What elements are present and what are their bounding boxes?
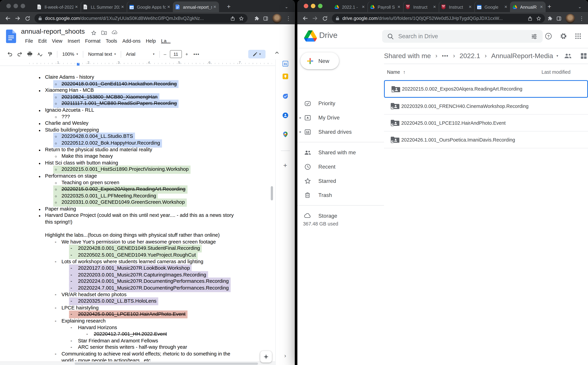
tab-close-icon[interactable]: ✕ (362, 5, 365, 9)
doc-list-item[interactable]: -Star Friedman and Aramont Fellows (0, 337, 276, 344)
bookmark-star-icon[interactable] (536, 16, 541, 21)
menu-file[interactable]: File (22, 38, 36, 44)
doc-list-item[interactable]: -20220203.0.001_Music207R.CapturingImage… (0, 272, 276, 278)
doc-list-item[interactable]: -ARC senior thesis writers - half-way th… (0, 344, 276, 351)
tab-close-icon[interactable]: ✕ (167, 5, 170, 9)
hide-side-panel-chevron-icon[interactable]: › (284, 352, 286, 358)
search-input[interactable]: Search in Drive (382, 30, 543, 43)
back-icon[interactable] (3, 14, 13, 23)
zoom-select[interactable]: 100%▾ (59, 51, 81, 57)
star-document-icon[interactable] (91, 30, 96, 36)
doc-list-item[interactable]: -LPCE hairstyling (0, 304, 276, 311)
doc-list-item[interactable]: ●Xiaomeng Han - MCB (0, 87, 276, 94)
browser-profile-avatar[interactable] (272, 14, 282, 23)
doc-list-item[interactable]: ●Claire Adams - history (0, 74, 276, 80)
document-status-cloud-icon[interactable] (112, 30, 118, 36)
sort-ascending-arrow-icon[interactable]: ↑ (403, 69, 406, 75)
browser-menu-kebab-icon[interactable]: ⋮ (579, 15, 584, 21)
menu-la[interactable]: La... (158, 38, 173, 44)
move-to-folder-icon[interactable] (101, 30, 107, 36)
new-button[interactable]: New (300, 53, 339, 69)
doc-list-item[interactable]: ○20210824_153800_MCB80_XiaomengHan (0, 94, 276, 100)
file-row[interactable]: 20220329.0.001_FRENCH40.CinemaWorkshop.R… (384, 98, 588, 114)
tab-close-icon[interactable]: ✕ (397, 5, 400, 9)
toolbar-overflow-button[interactable]: ••• (190, 51, 203, 57)
doc-list-item[interactable]: -20220502.5.001_GENED1049.YueProject.Rou… (0, 252, 276, 258)
menu-insert[interactable]: Insert (65, 38, 82, 44)
doc-list-item[interactable]: ○20220215.0.001_HistSci1890.ProjectVisio… (0, 166, 276, 173)
menu-addons[interactable]: Add-ons (120, 38, 143, 44)
browser-tab[interactable]: 2022.1 -✕ (332, 1, 368, 12)
doc-list-item[interactable]: ○20220418.0.001_GenEd1140.Hackathon.Reco… (0, 80, 276, 87)
modified-column-header[interactable]: Last modified (542, 69, 570, 75)
minimize-window-button[interactable] (14, 4, 18, 8)
sidebar-item-recent[interactable]: Recent (298, 160, 384, 174)
tab-close-icon[interactable]: ✕ (75, 5, 78, 9)
doc-list-item[interactable]: -20220325.0.002_LL.BTS.HoloLens (0, 298, 276, 304)
share-page-icon[interactable] (528, 16, 532, 21)
browser-tab[interactable]: LL Summer 2022✕ (81, 1, 127, 12)
doc-list-item[interactable]: ○20220331.0.002_GENED1049.GreenScreen.Wo… (0, 199, 276, 206)
close-window-button[interactable] (6, 4, 11, 8)
browser-tab[interactable]: 10Google✕ (474, 1, 510, 12)
tab-search-chevron-icon[interactable]: ⌄ (575, 2, 584, 11)
document-title[interactable]: annual-report_shoots (21, 28, 85, 35)
paint-format-icon[interactable] (45, 52, 55, 56)
browser-tab[interactable]: annual-report_sh✕ (173, 1, 219, 12)
font-size-field[interactable]: 11 (170, 50, 182, 58)
decrease-font-size-button[interactable]: – (162, 51, 168, 57)
sidebar-item-trash[interactable]: Trash (298, 188, 384, 202)
doc-list-item[interactable]: -20220127.0.001_Music207R.LookBook.Works… (0, 265, 276, 272)
address-bar[interactable]: drive.google.com/drive/u/0/folders/1Q0jQ… (332, 14, 545, 23)
doc-list-item[interactable]: ○20220428.0.004_LL.Studio.BTS (0, 133, 276, 140)
undo-icon[interactable] (4, 52, 15, 56)
horizontal-scrollbar-thumb[interactable] (75, 362, 258, 365)
menu-help[interactable]: Help (143, 38, 158, 44)
reload-icon[interactable] (320, 14, 330, 23)
search-options-sliders-icon[interactable] (531, 33, 537, 39)
doc-list-item[interactable]: ○??? (0, 113, 276, 120)
indent-marker[interactable] (77, 63, 80, 65)
ruler[interactable]: 1234567 (0, 59, 276, 66)
google-drive-logo-icon[interactable] (304, 30, 317, 42)
file-row[interactable]: 20220215.0.002_Expos20Alqera.ReadingArt.… (384, 80, 588, 98)
tasks-icon[interactable] (283, 93, 288, 99)
sidebar-item-storage[interactable]: Storage (298, 209, 384, 223)
grid-view-icon[interactable] (581, 53, 587, 59)
doc-list-item[interactable]: -Lots of workshops where students learne… (0, 258, 276, 265)
help-icon[interactable]: ? (545, 33, 552, 40)
extensions-puzzle-icon[interactable] (254, 16, 259, 21)
share-page-icon[interactable] (230, 16, 235, 21)
bookmark-star-icon[interactable] (239, 16, 244, 21)
browser-tab[interactable]: Instruct✕ (403, 1, 439, 12)
menu-tools[interactable]: Tools (103, 38, 120, 44)
collapse-toolbar-icon[interactable] (275, 51, 279, 54)
redo-icon[interactable] (15, 52, 25, 56)
extensions-puzzle-icon[interactable] (547, 16, 552, 21)
tab-close-icon[interactable]: ✕ (540, 5, 543, 9)
doc-list-item[interactable]: -20220412.7.001_HH.2022.Event (0, 331, 276, 337)
maps-icon[interactable] (283, 132, 287, 137)
doc-list-item[interactable]: -Communicating to achieve real world eff… (0, 351, 276, 357)
folder-dropdown-caret-icon[interactable]: ▾ (557, 54, 558, 58)
new-tab-button[interactable]: + (224, 2, 233, 11)
print-icon[interactable] (25, 52, 35, 56)
vertical-scrollbar-thumb[interactable] (271, 186, 273, 200)
doc-list-item[interactable]: ○Teaching on green screen (0, 179, 276, 186)
paragraph-style-select[interactable]: Normal text▾ (85, 51, 119, 57)
spell-check-icon[interactable]: A (35, 52, 45, 56)
address-bar[interactable]: docs.google.com/document/d/1XuZyUUaS0KdB… (35, 14, 247, 23)
breadcrumb-item[interactable]: 2022.1 (459, 52, 480, 60)
zoom-window-button[interactable] (318, 4, 322, 8)
sidebar-item-my-drive[interactable]: ▸My Drive (298, 111, 384, 125)
tab-close-icon[interactable]: ✕ (504, 5, 507, 9)
tab-close-icon[interactable]: ✕ (433, 5, 436, 9)
back-icon[interactable] (300, 14, 310, 23)
browser-tab[interactable]: Payroll S✕ (368, 1, 403, 12)
zoom-window-button[interactable] (21, 4, 25, 8)
doc-list-item[interactable]: -20220224.7.001_Music207R.DocumentingPer… (0, 285, 276, 291)
name-column-header[interactable]: Name (387, 69, 400, 75)
editing-mode-button[interactable]: ▾ (248, 50, 265, 58)
doc-list-item[interactable]: ○20220215.0.002_Expos20Alqera.ReadingArt… (0, 186, 276, 192)
doc-list-item[interactable]: this spring!!) (0, 219, 276, 225)
